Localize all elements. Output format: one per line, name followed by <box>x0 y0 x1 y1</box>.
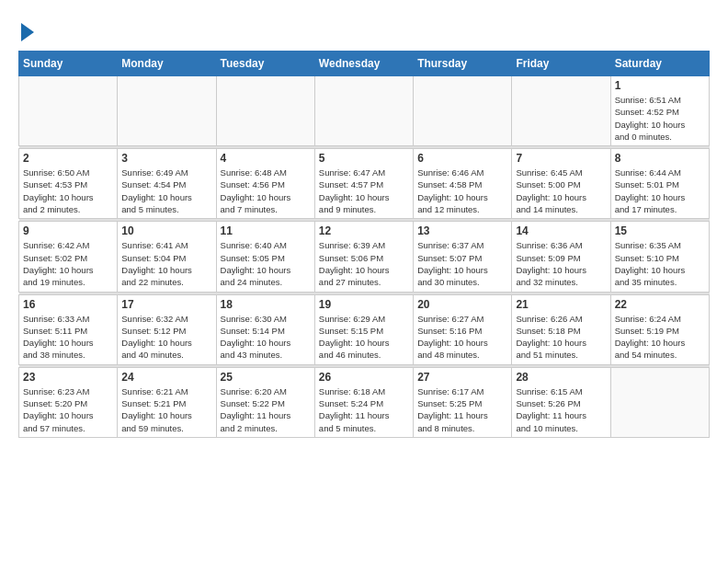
day-number: 24 <box>121 371 211 384</box>
day-number: 28 <box>516 371 606 384</box>
calendar-cell: 1Sunrise: 6:51 AM Sunset: 4:52 PM Daylig… <box>610 76 709 146</box>
day-info: Sunrise: 6:29 AM Sunset: 5:15 PM Dayligh… <box>319 313 409 362</box>
day-number: 25 <box>221 371 311 384</box>
calendar-cell: 21Sunrise: 6:26 AM Sunset: 5:18 PM Dayli… <box>512 294 610 364</box>
day-info: Sunrise: 6:30 AM Sunset: 5:14 PM Dayligh… <box>221 313 311 362</box>
calendar-cell: 2Sunrise: 6:50 AM Sunset: 4:53 PM Daylig… <box>19 149 118 219</box>
day-info: Sunrise: 6:39 AM Sunset: 5:06 PM Dayligh… <box>319 239 409 288</box>
day-number: 23 <box>23 371 113 384</box>
day-info: Sunrise: 6:37 AM Sunset: 5:07 PM Dayligh… <box>417 239 507 288</box>
calendar-cell: 28Sunrise: 6:15 AM Sunset: 5:26 PM Dayli… <box>512 367 610 437</box>
weekday-header-monday: Monday <box>118 52 216 76</box>
calendar-cell: 25Sunrise: 6:20 AM Sunset: 5:22 PM Dayli… <box>216 367 314 437</box>
day-info: Sunrise: 6:23 AM Sunset: 5:20 PM Dayligh… <box>23 385 113 434</box>
day-number: 14 <box>516 224 606 237</box>
calendar-week-1: 1Sunrise: 6:51 AM Sunset: 4:52 PM Daylig… <box>19 76 710 146</box>
calendar-week-5: 23Sunrise: 6:23 AM Sunset: 5:20 PM Dayli… <box>19 367 710 437</box>
day-number: 7 <box>516 152 606 165</box>
calendar-cell <box>414 76 512 146</box>
calendar-cell: 17Sunrise: 6:32 AM Sunset: 5:12 PM Dayli… <box>118 294 216 364</box>
calendar-cell: 15Sunrise: 6:35 AM Sunset: 5:10 PM Dayli… <box>610 222 709 292</box>
day-number: 13 <box>417 224 507 237</box>
calendar-cell: 13Sunrise: 6:37 AM Sunset: 5:07 PM Dayli… <box>414 222 512 292</box>
day-info: Sunrise: 6:33 AM Sunset: 5:11 PM Dayligh… <box>23 313 113 362</box>
weekday-header-tuesday: Tuesday <box>216 52 314 76</box>
day-info: Sunrise: 6:48 AM Sunset: 4:56 PM Dayligh… <box>221 167 311 215</box>
calendar-cell: 5Sunrise: 6:47 AM Sunset: 4:57 PM Daylig… <box>314 149 413 219</box>
day-info: Sunrise: 6:17 AM Sunset: 5:25 PM Dayligh… <box>417 385 507 434</box>
calendar-cell <box>118 76 216 146</box>
day-number: 6 <box>417 152 507 165</box>
day-info: Sunrise: 6:50 AM Sunset: 4:53 PM Dayligh… <box>23 167 113 215</box>
day-number: 15 <box>615 224 705 237</box>
day-info: Sunrise: 6:42 AM Sunset: 5:02 PM Dayligh… <box>23 239 113 288</box>
day-number: 10 <box>121 224 211 237</box>
calendar-table: SundayMondayTuesdayWednesdayThursdayFrid… <box>18 51 710 438</box>
weekday-header-wednesday: Wednesday <box>314 52 413 76</box>
day-number: 12 <box>319 224 409 237</box>
calendar-cell: 8Sunrise: 6:44 AM Sunset: 5:01 PM Daylig… <box>610 149 709 219</box>
weekday-header-thursday: Thursday <box>414 52 512 76</box>
logo-arrow-icon <box>21 23 34 41</box>
logo <box>18 18 34 41</box>
day-number: 26 <box>319 371 409 384</box>
calendar-cell: 20Sunrise: 6:27 AM Sunset: 5:16 PM Dayli… <box>414 294 512 364</box>
weekday-header-friday: Friday <box>512 52 610 76</box>
day-info: Sunrise: 6:18 AM Sunset: 5:24 PM Dayligh… <box>319 385 409 434</box>
day-info: Sunrise: 6:47 AM Sunset: 4:57 PM Dayligh… <box>319 167 409 215</box>
weekday-header-sunday: Sunday <box>19 52 118 76</box>
day-info: Sunrise: 6:51 AM Sunset: 4:52 PM Dayligh… <box>615 94 705 143</box>
day-info: Sunrise: 6:44 AM Sunset: 5:01 PM Dayligh… <box>615 167 705 215</box>
calendar-cell: 4Sunrise: 6:48 AM Sunset: 4:56 PM Daylig… <box>216 149 314 219</box>
day-info: Sunrise: 6:35 AM Sunset: 5:10 PM Dayligh… <box>615 239 705 288</box>
calendar-cell: 24Sunrise: 6:21 AM Sunset: 5:21 PM Dayli… <box>118 367 216 437</box>
day-number: 20 <box>417 298 507 311</box>
calendar-cell: 16Sunrise: 6:33 AM Sunset: 5:11 PM Dayli… <box>19 294 118 364</box>
day-info: Sunrise: 6:32 AM Sunset: 5:12 PM Dayligh… <box>121 313 211 362</box>
day-number: 22 <box>615 298 705 311</box>
day-info: Sunrise: 6:41 AM Sunset: 5:04 PM Dayligh… <box>121 239 211 288</box>
day-info: Sunrise: 6:40 AM Sunset: 5:05 PM Dayligh… <box>221 239 311 288</box>
day-info: Sunrise: 6:26 AM Sunset: 5:18 PM Dayligh… <box>516 313 606 362</box>
day-info: Sunrise: 6:36 AM Sunset: 5:09 PM Dayligh… <box>516 239 606 288</box>
calendar-cell: 14Sunrise: 6:36 AM Sunset: 5:09 PM Dayli… <box>512 222 610 292</box>
page-header <box>18 18 710 41</box>
day-number: 4 <box>221 152 311 165</box>
calendar-week-4: 16Sunrise: 6:33 AM Sunset: 5:11 PM Dayli… <box>19 294 710 364</box>
calendar-week-3: 9Sunrise: 6:42 AM Sunset: 5:02 PM Daylig… <box>19 222 710 292</box>
day-number: 17 <box>121 298 211 311</box>
day-number: 3 <box>121 152 211 165</box>
day-info: Sunrise: 6:27 AM Sunset: 5:16 PM Dayligh… <box>417 313 507 362</box>
calendar-cell: 10Sunrise: 6:41 AM Sunset: 5:04 PM Dayli… <box>118 222 216 292</box>
day-info: Sunrise: 6:46 AM Sunset: 4:58 PM Dayligh… <box>417 167 507 215</box>
day-number: 2 <box>23 152 113 165</box>
calendar-cell <box>610 367 709 437</box>
day-number: 21 <box>516 298 606 311</box>
calendar-cell <box>216 76 314 146</box>
calendar-cell: 3Sunrise: 6:49 AM Sunset: 4:54 PM Daylig… <box>118 149 216 219</box>
calendar-cell: 23Sunrise: 6:23 AM Sunset: 5:20 PM Dayli… <box>19 367 118 437</box>
calendar-cell: 9Sunrise: 6:42 AM Sunset: 5:02 PM Daylig… <box>19 222 118 292</box>
day-number: 1 <box>615 79 705 92</box>
calendar-cell: 27Sunrise: 6:17 AM Sunset: 5:25 PM Dayli… <box>414 367 512 437</box>
calendar-header-row: SundayMondayTuesdayWednesdayThursdayFrid… <box>19 52 710 76</box>
day-number: 5 <box>319 152 409 165</box>
day-info: Sunrise: 6:49 AM Sunset: 4:54 PM Dayligh… <box>121 167 211 215</box>
calendar-cell: 12Sunrise: 6:39 AM Sunset: 5:06 PM Dayli… <box>314 222 413 292</box>
day-info: Sunrise: 6:20 AM Sunset: 5:22 PM Dayligh… <box>221 385 311 434</box>
calendar-cell: 22Sunrise: 6:24 AM Sunset: 5:19 PM Dayli… <box>610 294 709 364</box>
day-info: Sunrise: 6:45 AM Sunset: 5:00 PM Dayligh… <box>516 167 606 215</box>
day-number: 16 <box>23 298 113 311</box>
day-number: 27 <box>417 371 507 384</box>
calendar-cell: 18Sunrise: 6:30 AM Sunset: 5:14 PM Dayli… <box>216 294 314 364</box>
day-info: Sunrise: 6:24 AM Sunset: 5:19 PM Dayligh… <box>615 313 705 362</box>
day-number: 18 <box>221 298 311 311</box>
day-number: 8 <box>615 152 705 165</box>
calendar-cell: 7Sunrise: 6:45 AM Sunset: 5:00 PM Daylig… <box>512 149 610 219</box>
day-number: 11 <box>221 224 311 237</box>
calendar-cell: 6Sunrise: 6:46 AM Sunset: 4:58 PM Daylig… <box>414 149 512 219</box>
day-number: 9 <box>23 224 113 237</box>
day-info: Sunrise: 6:21 AM Sunset: 5:21 PM Dayligh… <box>121 385 211 434</box>
calendar-cell: 11Sunrise: 6:40 AM Sunset: 5:05 PM Dayli… <box>216 222 314 292</box>
calendar-cell: 26Sunrise: 6:18 AM Sunset: 5:24 PM Dayli… <box>314 367 413 437</box>
